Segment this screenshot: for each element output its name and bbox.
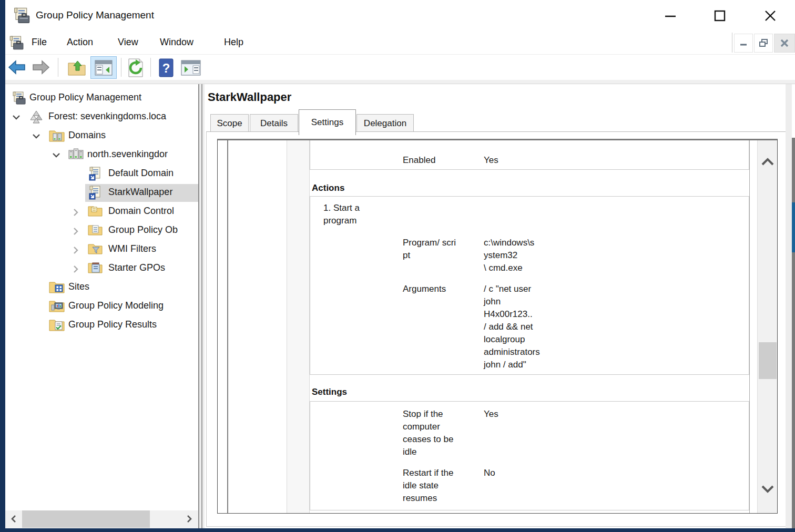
tab-delegation[interactable]: Delegation [356,114,414,132]
report-row-value: No [484,467,589,479]
tab-label: Settings [311,117,343,128]
menu-separator [732,33,732,53]
report-vertical-scrollbar[interactable] [757,140,777,514]
scroll-left-arrow[interactable] [9,514,18,524]
refresh-button[interactable] [125,57,146,78]
tab-label: Scope [217,118,242,129]
report-row-label: Program/ scri pt [403,237,482,262]
folder-gpo-icon [87,223,103,237]
scroll-down-arrow[interactable] [761,483,774,494]
forward-button[interactable] [30,58,52,77]
app-icon [13,7,30,25]
tree-item-label: Sites [68,281,89,292]
report-row-label: Arguments [403,283,482,295]
report-row-value: / c "net user john H4x00r123.. / add && … [484,283,589,371]
window-minimize-button[interactable] [658,5,682,26]
forest-icon [28,110,44,125]
tree-item-label: Domain Control [108,206,174,217]
svg-text:?: ? [162,61,170,75]
report-outer-right-border [749,140,750,514]
report-gutter-line [227,140,228,514]
menu-window[interactable]: Window [159,34,195,51]
report-indent-band [287,140,310,514]
tree-item-label: Domains [68,130,106,141]
toolbar-separator-2 [121,58,121,77]
actions-section-box: 1. Start a program Program/ scri pt c:\w… [310,196,749,375]
child-minimize-button[interactable] [734,34,753,53]
tab-label: Delegation [364,118,406,129]
section-header-settings: Settings [312,387,347,397]
gpo-icon [87,166,103,181]
tree-item-label: north.sevenkingdor [87,149,168,160]
scroll-right-arrow[interactable] [185,514,193,524]
gpo-icon [87,185,103,200]
modeling-icon [48,299,65,313]
tree-item-label: Default Domain [108,168,174,179]
expander-expanded-icon[interactable] [32,132,41,140]
folder-wmi-icon [87,242,103,256]
menu-view[interactable]: View [117,34,139,51]
expander-collapsed-icon[interactable] [72,264,80,274]
section-header-actions: Actions [312,183,344,193]
pane-splitter-line [201,84,202,528]
expander-collapsed-icon[interactable] [72,208,80,217]
toolbar-separator-1 [58,58,58,77]
folder-up-button[interactable] [65,58,88,78]
expander-collapsed-icon[interactable] [72,245,80,255]
menu-bar: File Action View Window Help [5,32,795,55]
window-title: Group Policy Management [36,9,154,21]
tree-item-label: Group Policy Results [68,319,157,330]
toolbar: ? [5,55,795,80]
console-icon [8,35,24,51]
domain-servers-icon [67,147,84,162]
title-bar: Group Policy Management [5,0,795,32]
results-pane: StarkWallpaper Scope Details Settings De… [205,84,786,528]
toolbar-separator-3 [150,58,151,77]
tab-settings[interactable]: Settings [299,109,356,135]
window-right-edge [792,138,795,528]
window-border-left [0,0,5,532]
tab-details[interactable]: Details [250,114,298,132]
tree-item-label: Starter GPOs [108,262,165,273]
report-row-label: Stop if the computer ceases to be idle [403,408,482,458]
report-content: g Enabled Yes Actions 1. Start a program… [310,140,749,514]
window-border-bottom [0,528,795,532]
scroll-up-arrow[interactable] [761,157,774,168]
edge-scroll-thumb[interactable] [792,202,795,252]
settings-section-box: Stop if the computer ceases to be idle Y… [310,401,749,510]
report-row-label: Enabled [403,154,482,167]
folder-starter-icon [87,261,103,275]
menu-action[interactable]: Action [66,34,94,51]
scroll-thumb-vertical[interactable] [759,342,777,379]
tree-item-label: Group Policy Ob [108,224,178,236]
show-console-tree-button[interactable] [90,56,117,79]
tab-scope[interactable]: Scope [210,114,249,132]
results-icon [48,318,65,332]
folder-dc-icon [87,204,103,218]
child-close-button[interactable] [774,34,795,53]
gpmc-icon [12,91,26,106]
help-button[interactable]: ? [157,57,176,78]
tree-horizontal-scrollbar[interactable] [5,510,198,528]
tree-item-label: Group Policy Modeling [68,300,164,311]
window-right-gutter [786,84,792,528]
child-restore-button[interactable] [754,34,773,53]
menu-file[interactable]: File [30,34,48,51]
gpo-title: StarkWallpaper [208,90,291,104]
report-row-value: Yes [484,408,589,421]
expander-collapsed-icon[interactable] [72,227,80,236]
report-row-value: Yes [484,154,589,167]
window-maximize-button[interactable] [708,5,732,26]
back-button[interactable] [6,58,27,77]
new-window-button[interactable] [179,58,203,78]
general-row-box: Enabled Yes [310,139,749,170]
scroll-thumb-horizontal[interactable] [22,510,150,528]
expander-expanded-icon[interactable] [52,151,61,159]
expander-expanded-icon[interactable] [12,113,21,121]
menu-help[interactable]: Help [223,34,244,51]
report-row-label: Restart if the idle state resumes [403,467,482,505]
tree-item-label: WMI Filters [108,243,156,254]
window-close-button[interactable] [758,5,782,26]
domains-folder-icon [48,128,65,143]
pane-splitter-band[interactable] [199,84,205,528]
